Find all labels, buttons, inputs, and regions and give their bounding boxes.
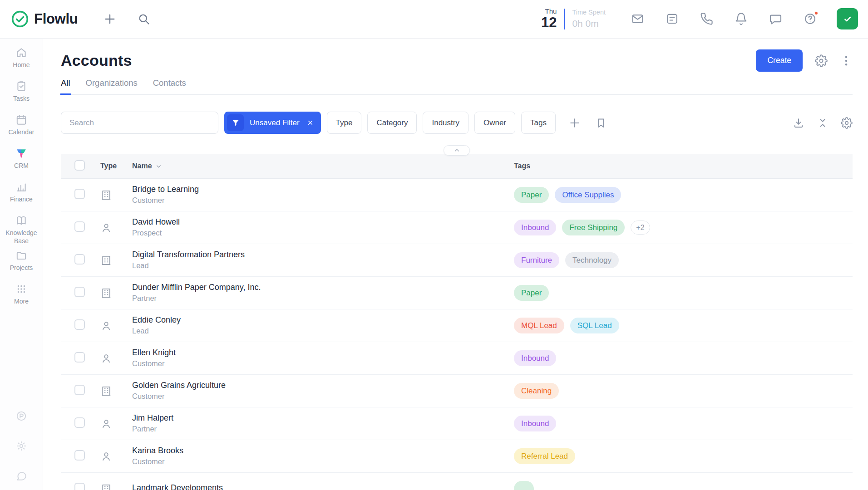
faded-app-icon-3[interactable] <box>15 470 27 482</box>
create-button[interactable]: Create <box>756 49 803 72</box>
table-row[interactable]: Jim HalpertPartnerInbound <box>61 407 853 440</box>
row-checkbox[interactable] <box>74 483 85 490</box>
user-avatar[interactable] <box>837 8 858 29</box>
filter-chip-tags[interactable]: Tags <box>521 112 556 134</box>
tag-pill[interactable]: MQL Lead <box>514 318 564 333</box>
table-row[interactable]: Digital Transformation PartnersLeadFurni… <box>61 244 853 277</box>
table-row[interactable]: Golden Grains AgricultureCustomerCleanin… <box>61 375 853 407</box>
sidebar-item-projects[interactable]: Projects <box>0 245 43 279</box>
sidebar-item-more[interactable]: More <box>0 279 43 312</box>
tag-pill[interactable] <box>514 481 534 490</box>
table-row[interactable]: Eddie ConleyLeadMQL LeadSQL Lead <box>61 309 853 342</box>
row-checkbox[interactable] <box>74 221 85 232</box>
row-checkbox[interactable] <box>74 319 85 330</box>
column-header-type[interactable]: Type <box>91 162 119 170</box>
sidebar-item-tasks[interactable]: Tasks <box>0 76 43 109</box>
account-name[interactable]: Bridge to Learning <box>132 185 513 195</box>
account-name[interactable]: Golden Grains Agriculture <box>132 381 513 391</box>
collapse-table-button[interactable] <box>444 145 470 156</box>
sort-chevron-icon[interactable] <box>155 163 162 170</box>
notifications-button[interactable] <box>735 12 748 25</box>
active-filter-button[interactable]: Unsaved Filter <box>224 112 321 134</box>
collapse-rows-button[interactable] <box>817 117 829 129</box>
date-display[interactable]: Thu 12 <box>541 8 557 30</box>
tag-pill[interactable]: Free Shipping <box>562 220 625 235</box>
page-header: Accounts Create <box>61 49 853 72</box>
account-name[interactable]: David Howell <box>132 217 513 227</box>
tab-contacts[interactable]: Contacts <box>153 78 186 94</box>
sidebar-item-calendar[interactable]: Calendar <box>0 109 43 143</box>
filter-bar: Unsaved Filter TypeCategoryIndustryOwner… <box>61 112 853 134</box>
tag-pill[interactable]: Paper <box>514 187 549 203</box>
row-checkbox[interactable] <box>74 189 85 199</box>
tag-pill[interactable]: Furniture <box>514 252 559 268</box>
sidebar-item-crm[interactable]: CRM <box>0 143 43 176</box>
add-filter-button[interactable] <box>569 117 581 129</box>
tag-pill[interactable]: SQL Lead <box>570 318 619 333</box>
sidebar-item-home[interactable]: Home <box>0 42 43 76</box>
table-row[interactable]: Landmark Developments <box>61 473 853 490</box>
organization-icon <box>100 287 112 299</box>
tag-pill[interactable]: Referral Lead <box>514 448 575 464</box>
column-header-tags[interactable]: Tags <box>513 162 853 170</box>
row-checkbox[interactable] <box>74 254 85 265</box>
table-row[interactable]: Ellen KnightCustomerInbound <box>61 342 853 375</box>
account-name[interactable]: Digital Transformation Partners <box>132 250 513 260</box>
filter-chip-type[interactable]: Type <box>327 112 362 134</box>
tag-pill[interactable]: Office Supplies <box>555 187 621 203</box>
table-row[interactable]: Bridge to LearningCustomerPaperOffice Su… <box>61 179 853 211</box>
select-all-checkbox[interactable] <box>74 160 85 171</box>
column-header-name[interactable]: Name <box>132 162 152 170</box>
more-actions-button[interactable] <box>840 54 853 67</box>
tag-pill[interactable]: Inbound <box>514 350 556 366</box>
account-name[interactable]: Landmark Developments <box>132 483 513 490</box>
global-search-button[interactable] <box>138 13 150 25</box>
table-row[interactable]: Karina BrooksCustomerReferral Lead <box>61 440 853 473</box>
row-checkbox[interactable] <box>74 352 85 363</box>
quick-add-button[interactable] <box>104 13 116 25</box>
row-checkbox[interactable] <box>74 287 85 297</box>
clear-filter-icon[interactable] <box>307 119 314 126</box>
table-row[interactable]: Dunder Mifflin Paper Company, Inc.Partne… <box>61 277 853 309</box>
account-name[interactable]: Karina Brooks <box>132 446 513 456</box>
sidebar-item-label: Home <box>13 61 30 69</box>
tab-all[interactable]: All <box>61 78 70 94</box>
row-checkbox[interactable] <box>74 450 85 461</box>
person-icon <box>100 222 112 234</box>
account-name[interactable]: Jim Halpert <box>132 413 513 423</box>
account-name[interactable]: Dunder Mifflin Paper Company, Inc. <box>132 283 513 293</box>
filter-chip-owner[interactable]: Owner <box>474 112 515 134</box>
account-name[interactable]: Ellen Knight <box>132 348 513 358</box>
search-input[interactable] <box>61 112 218 134</box>
sidebar-item-finance[interactable]: Finance <box>0 176 43 210</box>
table-settings-button[interactable] <box>841 117 853 129</box>
tag-pill[interactable]: Paper <box>514 285 549 301</box>
tab-organizations[interactable]: Organizations <box>86 78 138 94</box>
sidebar-item-knowledge-base[interactable]: Knowledge Base <box>0 210 43 245</box>
row-checkbox[interactable] <box>74 417 85 428</box>
table-row[interactable]: David HowellProspectInboundFree Shipping… <box>61 211 853 244</box>
brand[interactable]: Flowlu <box>11 10 78 28</box>
phone-button[interactable] <box>700 12 713 25</box>
tag-pill[interactable]: Technology <box>565 252 619 268</box>
faded-app-icon-2[interactable] <box>15 440 27 452</box>
account-name[interactable]: Eddie Conley <box>132 315 513 325</box>
filter-chips: TypeCategoryIndustryOwnerTags <box>327 112 556 134</box>
tag-pill[interactable]: Inbound <box>514 220 556 235</box>
filter-chip-category[interactable]: Category <box>367 112 417 134</box>
export-button[interactable] <box>793 117 804 129</box>
faded-app-icon-1[interactable] <box>15 410 27 422</box>
mail-button[interactable] <box>631 12 644 25</box>
tag-pill[interactable]: Inbound <box>514 416 556 431</box>
account-category: Prospect <box>132 229 513 238</box>
row-checkbox[interactable] <box>74 385 85 395</box>
tag-pill[interactable]: Cleaning <box>514 383 559 399</box>
page-settings-button[interactable] <box>815 54 828 67</box>
notes-button[interactable] <box>666 12 679 25</box>
tag-pill[interactable]: +2 <box>631 220 650 235</box>
time-spent[interactable]: Time Spent 0h 0m <box>572 9 606 29</box>
filter-chip-industry[interactable]: Industry <box>423 112 468 134</box>
help-button[interactable] <box>804 12 817 25</box>
chat-button[interactable] <box>769 12 782 25</box>
saved-filters-button[interactable] <box>596 118 607 128</box>
